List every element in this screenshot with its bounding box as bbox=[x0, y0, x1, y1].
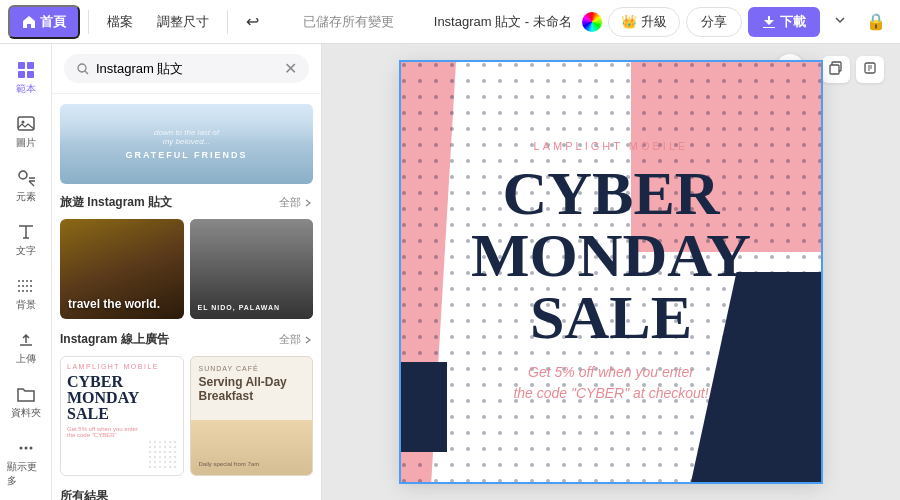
search-bar: ✕ bbox=[52, 44, 321, 94]
icon-sidebar: 範本 圖片 元素 文字 背景 上傳 資料夾 顯示更多 bbox=[0, 44, 52, 500]
featured-template[interactable]: down to the last ofmy beloved... GRATEFU… bbox=[60, 104, 313, 184]
main-content: 範本 圖片 元素 文字 背景 上傳 資料夾 顯示更多 bbox=[0, 44, 900, 500]
sidebar-item-elements[interactable]: 元素 bbox=[3, 160, 49, 212]
copy-icon bbox=[863, 61, 877, 75]
ads-more-button[interactable]: 全部 bbox=[279, 332, 313, 347]
panel-scroll: down to the last ofmy beloved... GRATEFU… bbox=[52, 94, 321, 500]
svg-rect-14 bbox=[830, 65, 839, 74]
search-clear-button[interactable]: ✕ bbox=[284, 59, 297, 78]
all-results-label: 所有結果 bbox=[60, 488, 313, 500]
travel-template-1[interactable]: travel the world. bbox=[60, 219, 184, 319]
file-label: 檔案 bbox=[107, 13, 133, 31]
main-title: CYBER MONDAY SALE bbox=[471, 162, 751, 348]
svg-point-9 bbox=[29, 447, 32, 450]
sidebar-item-upload[interactable]: 上傳 bbox=[3, 322, 49, 374]
search-icon bbox=[76, 62, 90, 76]
sidebar-item-background[interactable]: 背景 bbox=[3, 268, 49, 320]
travel-template-grid: travel the world. EL NIDO, PALAWAN bbox=[60, 219, 313, 319]
download-button[interactable]: 下載 bbox=[748, 7, 820, 37]
svg-rect-0 bbox=[18, 62, 25, 69]
templates-panel: ✕ down to the last ofmy beloved... GRATE… bbox=[52, 44, 322, 500]
document-title: Instagram 貼文 - 未命名 bbox=[428, 13, 579, 31]
breakfast-thumb-text: Serving All-Day Breakfast bbox=[199, 375, 305, 404]
svg-rect-12 bbox=[149, 441, 179, 471]
svg-point-7 bbox=[19, 447, 22, 450]
featured-template-subtext: GRATEFUL FRIENDS bbox=[125, 150, 247, 160]
folder-icon bbox=[16, 384, 36, 404]
color-picker[interactable] bbox=[582, 12, 602, 32]
lock-button[interactable]: 🔒 bbox=[860, 8, 892, 35]
travel-template-2[interactable]: EL NIDO, PALAWAN bbox=[190, 219, 314, 319]
dots-decoration bbox=[149, 441, 179, 471]
sidebar-item-photos[interactable]: 圖片 bbox=[3, 106, 49, 158]
top-bar: 首頁 檔案 調整尺寸 ↩ 已儲存所有變更 Instagram 貼文 - 未命名 … bbox=[0, 0, 900, 44]
ads-section-title: Instagram 線上廣告 bbox=[60, 331, 169, 348]
saved-status: 已儲存所有變更 bbox=[273, 13, 424, 31]
svg-rect-2 bbox=[18, 71, 25, 78]
svg-rect-4 bbox=[18, 117, 34, 130]
text-icon bbox=[16, 222, 36, 242]
canvas-area: LAMPLIGHT MOBILE CYBER MONDAY SALE Get 5… bbox=[322, 44, 900, 500]
shapes-icon bbox=[16, 168, 36, 188]
dots-icon bbox=[16, 438, 36, 458]
svg-rect-1 bbox=[27, 62, 34, 69]
canvas-content: LAMPLIGHT MOBILE CYBER MONDAY SALE Get 5… bbox=[401, 62, 821, 482]
adjust-label: 調整尺寸 bbox=[157, 13, 209, 31]
subtitle-text: Get 5% off when you enterthe code "CYBER… bbox=[513, 362, 708, 404]
chevron-right-icon bbox=[303, 198, 313, 208]
travel1-text: travel the world. bbox=[68, 297, 160, 311]
duplicate-icon bbox=[829, 61, 843, 75]
breakfast-template[interactable]: SUNDAY CAFÉ Serving All-Day Breakfast Da… bbox=[190, 356, 314, 476]
travel2-text: EL NIDO, PALAWAN bbox=[198, 304, 306, 311]
copy-button[interactable] bbox=[856, 56, 884, 83]
svg-point-8 bbox=[24, 447, 27, 450]
image-icon bbox=[16, 114, 36, 134]
travel-section-title: 旅遊 Instagram 貼文 bbox=[60, 194, 172, 211]
canvas-toolbar bbox=[822, 56, 884, 83]
upgrade-button[interactable]: 👑 升級 bbox=[608, 7, 680, 37]
travel-more-button[interactable]: 全部 bbox=[279, 195, 313, 210]
home-button[interactable]: 首頁 bbox=[8, 5, 80, 39]
file-button[interactable]: 檔案 bbox=[97, 7, 143, 37]
undo-button[interactable]: ↩ bbox=[236, 6, 269, 37]
svg-point-6 bbox=[19, 171, 27, 179]
share-button[interactable]: 分享 bbox=[686, 7, 742, 37]
cyber-template[interactable]: LAMPLIGHT MOBILE CYBERMONDAYSALE Get 5% … bbox=[60, 356, 184, 476]
upload-icon bbox=[16, 330, 36, 350]
ads-template-grid: LAMPLIGHT MOBILE CYBERMONDAYSALE Get 5% … bbox=[60, 356, 313, 476]
svg-point-10 bbox=[78, 64, 86, 72]
search-input[interactable] bbox=[96, 61, 278, 76]
separator2 bbox=[227, 10, 228, 34]
travel-section-header: 旅遊 Instagram 貼文 全部 bbox=[60, 194, 313, 211]
more-options-button[interactable] bbox=[826, 8, 854, 35]
home-icon bbox=[22, 15, 36, 29]
download-icon bbox=[762, 15, 776, 29]
chevron-right-icon2 bbox=[303, 335, 313, 345]
sidebar-item-more[interactable]: 顯示更多 bbox=[3, 430, 49, 496]
separator bbox=[88, 10, 89, 34]
home-label: 首頁 bbox=[40, 13, 66, 31]
sidebar-item-folder[interactable]: 資料夾 bbox=[3, 376, 49, 428]
cyber-thumb-text: CYBERMONDAYSALE bbox=[67, 374, 177, 422]
duplicate-button[interactable] bbox=[822, 56, 850, 83]
top-bar-right: 👑 升級 分享 下載 🔒 bbox=[582, 7, 892, 37]
grid-icon bbox=[16, 60, 36, 80]
lines-icon bbox=[16, 276, 36, 296]
adjust-button[interactable]: 調整尺寸 bbox=[147, 7, 219, 37]
brand-name: LAMPLIGHT MOBILE bbox=[534, 140, 689, 152]
sidebar-item-templates[interactable]: 範本 bbox=[3, 52, 49, 104]
svg-rect-3 bbox=[27, 71, 34, 78]
chevron-down-icon bbox=[832, 12, 848, 28]
sidebar-item-text[interactable]: 文字 bbox=[3, 214, 49, 266]
search-input-wrap: ✕ bbox=[64, 54, 309, 83]
post-canvas[interactable]: LAMPLIGHT MOBILE CYBER MONDAY SALE Get 5… bbox=[401, 62, 821, 482]
ads-section-header: Instagram 線上廣告 全部 bbox=[60, 331, 313, 348]
svg-point-5 bbox=[21, 121, 24, 124]
